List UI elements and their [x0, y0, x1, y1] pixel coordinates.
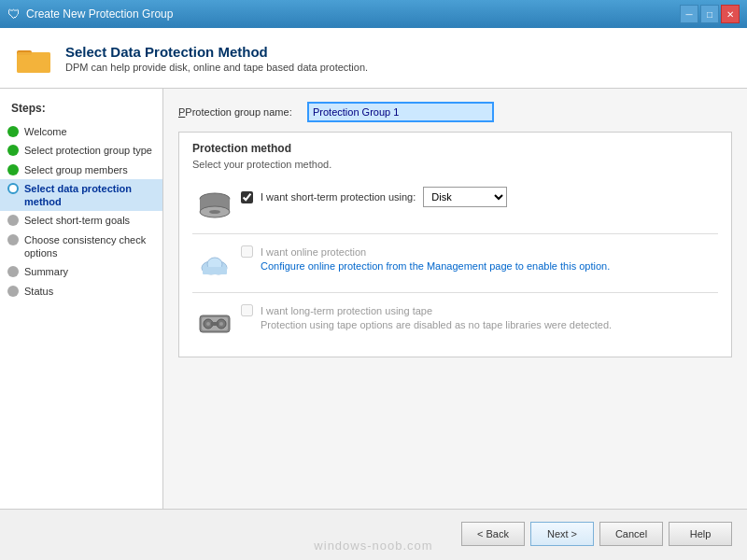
footer: < Back Next > Cancel Help — [0, 509, 747, 557]
tape-option-label: I want long-term protection using tape — [261, 305, 432, 316]
status-dot-short-term — [7, 215, 19, 226]
online-option-label: I want online protection — [261, 246, 366, 258]
status-dot-consistency — [7, 234, 19, 245]
status-dot-select-type — [7, 145, 19, 156]
disk-type-select[interactable]: Disk — [423, 187, 507, 207]
disk-icon — [198, 189, 232, 222]
sidebar-label-short-term: Select short-term goals — [24, 214, 130, 227]
sidebar-label-data-protection: Select data protection method — [24, 182, 155, 209]
tape-option-row: I want long-term protection using tape — [241, 304, 712, 316]
back-button[interactable]: < Back — [461, 522, 525, 546]
field-label: PProtection group name: — [178, 106, 300, 118]
header-icon — [15, 39, 52, 77]
svg-rect-10 — [203, 267, 227, 274]
svg-point-6 — [209, 210, 220, 214]
title-bar: 🛡 Create New Protection Group ─ □ ✕ — [0, 0, 747, 28]
status-dot-select-members — [7, 164, 19, 175]
disk-option-content: I want short-term protection using: Disk — [241, 187, 712, 207]
tape-protection-checkbox[interactable] — [241, 304, 253, 316]
section-title: Protection method — [192, 142, 718, 155]
sidebar-item-short-term[interactable]: Select short-term goals — [0, 211, 162, 230]
status-dot-summary — [7, 266, 19, 277]
sidebar-item-status[interactable]: Status — [0, 282, 162, 301]
tape-protection-option: I want long-term protection using tape P… — [192, 297, 718, 347]
sidebar-item-data-protection[interactable]: Select data protection method — [0, 179, 162, 212]
svg-point-16 — [219, 322, 223, 326]
help-button[interactable]: Help — [669, 522, 732, 546]
protection-group-name-input[interactable] — [307, 102, 494, 122]
sidebar-title: Steps: — [0, 98, 162, 122]
disk-protection-option: I want short-term protection using: Disk — [192, 179, 718, 230]
sidebar-label-select-members: Select group members — [24, 163, 128, 176]
sidebar-item-select-members[interactable]: Select group members — [0, 161, 162, 179]
app-icon: 🛡 — [7, 7, 21, 21]
close-button[interactable]: ✕ — [721, 5, 740, 23]
sidebar-item-consistency[interactable]: Choose consistency check options — [0, 231, 162, 263]
svg-rect-2 — [17, 52, 50, 73]
header-text: Select Data Protection Method DPM can he… — [65, 44, 368, 73]
online-option-content: I want online protection Configure onlin… — [241, 245, 712, 272]
protection-method-section: Protection method Select your protection… — [178, 132, 732, 357]
sidebar: Steps: Welcome Select protection group t… — [0, 89, 163, 509]
page-title: Select Data Protection Method — [65, 44, 368, 60]
sidebar-item-welcome[interactable]: Welcome — [0, 122, 162, 141]
online-protection-option: I want online protection Configure onlin… — [192, 238, 718, 288]
divider-1 — [192, 233, 718, 234]
tape-option-desc: Protection using tape options are disabl… — [261, 319, 712, 330]
page-subtitle: DPM can help provide disk, online and ta… — [65, 62, 368, 73]
page-header: Select Data Protection Method DPM can he… — [0, 28, 747, 89]
status-dot-data-protection — [7, 183, 19, 194]
next-button[interactable]: Next > — [530, 522, 594, 546]
protection-group-name-row: PProtection group name: — [178, 102, 732, 122]
sidebar-label-select-type: Select protection group type — [24, 144, 152, 157]
sidebar-label-consistency: Choose consistency check options — [24, 233, 155, 260]
divider-2 — [192, 292, 718, 293]
main-content: PProtection group name: Protection metho… — [163, 89, 747, 509]
disk-protection-checkbox[interactable] — [241, 191, 253, 203]
status-dot-status — [7, 286, 19, 297]
cancel-button[interactable]: Cancel — [599, 522, 663, 546]
window-controls: ─ □ ✕ — [680, 5, 740, 23]
sidebar-label-summary: Summary — [24, 265, 68, 278]
disk-option-row: I want short-term protection using: Disk — [241, 187, 712, 207]
svg-rect-17 — [211, 322, 218, 326]
sidebar-item-summary[interactable]: Summary — [0, 262, 162, 281]
svg-point-15 — [206, 322, 210, 326]
sidebar-label-status: Status — [24, 285, 53, 298]
online-option-desc: Configure online protection from the Man… — [261, 260, 712, 272]
section-desc: Select your protection method. — [192, 159, 718, 170]
sidebar-item-select-type[interactable]: Select protection group type — [0, 141, 162, 160]
tape-icon — [198, 306, 232, 340]
disk-option-label: I want short-term protection using: — [261, 191, 416, 203]
online-protection-checkbox[interactable] — [241, 245, 253, 258]
window-title: Create New Protection Group — [26, 7, 173, 21]
sidebar-label-welcome: Welcome — [24, 125, 67, 138]
status-dot-welcome — [7, 126, 19, 137]
maximize-button[interactable]: □ — [700, 5, 719, 23]
cloud-icon — [198, 247, 232, 281]
minimize-button[interactable]: ─ — [680, 5, 698, 23]
tape-option-content: I want long-term protection using tape P… — [241, 304, 712, 330]
online-option-row: I want online protection — [241, 245, 712, 258]
